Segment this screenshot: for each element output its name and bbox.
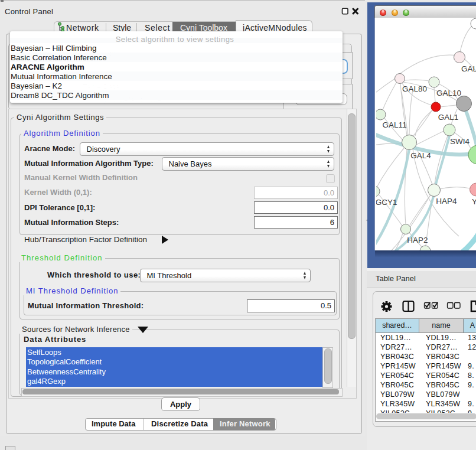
- svg-text:HAP4: HAP4: [436, 197, 457, 206]
- svg-text:GAL11: GAL11: [382, 120, 406, 129]
- svg-text:HAP2: HAP2: [407, 236, 428, 244]
- svg-text:GAL7: GAL7: [461, 64, 476, 73]
- svg-text:SWI4: SWI4: [450, 137, 470, 146]
- svg-text:GAL80: GAL80: [402, 84, 427, 93]
- svg-text:YMR: YMR: [472, 197, 476, 206]
- svg-text:GAL4: GAL4: [410, 151, 431, 160]
- svg-text:GAL1: GAL1: [438, 113, 459, 122]
- svg-text:GAL10: GAL10: [436, 89, 461, 97]
- svg-text:GCY1: GCY1: [376, 198, 397, 207]
